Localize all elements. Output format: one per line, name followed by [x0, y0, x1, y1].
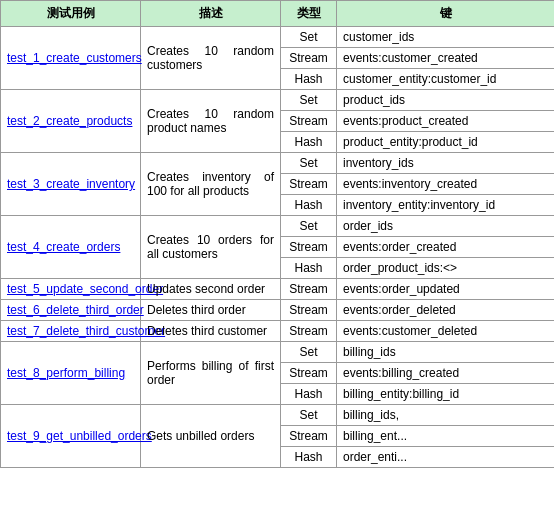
table-row: test_5_update_second_orderUpdates second…: [1, 279, 555, 300]
type-cell: Set: [281, 342, 337, 363]
table-header-row: 测试用例 描述 类型 键: [1, 1, 555, 27]
test-name-cell[interactable]: test_9_get_unbilled_orders: [1, 405, 141, 468]
type-cell: Stream: [281, 279, 337, 300]
desc-cell: Creates 10 orders for all customers: [141, 216, 281, 279]
table-row: test_9_get_unbilled_ordersGets unbilled …: [1, 405, 555, 426]
key-cell: inventory_ids: [337, 153, 555, 174]
header-test: 测试用例: [1, 1, 141, 27]
type-cell: Stream: [281, 174, 337, 195]
table-row: test_8_perform_billingPerforms billing o…: [1, 342, 555, 363]
type-cell: Hash: [281, 195, 337, 216]
key-cell: product_ids: [337, 90, 555, 111]
desc-cell: Performs billing of first order: [141, 342, 281, 405]
test-name-cell[interactable]: test_6_delete_third_order: [1, 300, 141, 321]
type-cell: Stream: [281, 321, 337, 342]
key-cell: customer_ids: [337, 27, 555, 48]
key-cell: order_enti...: [337, 447, 555, 468]
key-cell: events:order_deleted: [337, 300, 555, 321]
key-cell: customer_entity:customer_id: [337, 69, 555, 90]
key-cell: events:product_created: [337, 111, 555, 132]
key-cell: events:order_created: [337, 237, 555, 258]
type-cell: Stream: [281, 426, 337, 447]
test-name-cell[interactable]: test_1_create_customers: [1, 27, 141, 90]
type-cell: Hash: [281, 132, 337, 153]
desc-cell: Updates second order: [141, 279, 281, 300]
test-name-cell[interactable]: test_5_update_second_order: [1, 279, 141, 300]
key-cell: events:customer_deleted: [337, 321, 555, 342]
desc-cell: Deletes third customer: [141, 321, 281, 342]
type-cell: Stream: [281, 111, 337, 132]
table-row: test_4_create_ordersCreates 10 orders fo…: [1, 216, 555, 237]
key-cell: billing_ent...: [337, 426, 555, 447]
type-cell: Set: [281, 27, 337, 48]
key-cell: events:customer_created: [337, 48, 555, 69]
test-name-cell[interactable]: test_7_delete_third_customer: [1, 321, 141, 342]
key-cell: events:inventory_created: [337, 174, 555, 195]
desc-cell: Creates 10 random customers: [141, 27, 281, 90]
test-name-cell[interactable]: test_3_create_inventory: [1, 153, 141, 216]
desc-cell: Creates inventory of 100 for all product…: [141, 153, 281, 216]
table-row: test_6_delete_third_orderDeletes third o…: [1, 300, 555, 321]
type-cell: Hash: [281, 384, 337, 405]
type-cell: Stream: [281, 48, 337, 69]
type-cell: Stream: [281, 300, 337, 321]
type-cell: Set: [281, 153, 337, 174]
key-cell: events:order_updated: [337, 279, 555, 300]
test-table: 测试用例 描述 类型 键 test_1_create_customersCrea…: [0, 0, 554, 468]
key-cell: product_entity:product_id: [337, 132, 555, 153]
key-cell: billing_ids,: [337, 405, 555, 426]
desc-cell: Gets unbilled orders: [141, 405, 281, 468]
table-row: test_1_create_customersCreates 10 random…: [1, 27, 555, 48]
type-cell: Stream: [281, 237, 337, 258]
key-cell: billing_ids: [337, 342, 555, 363]
desc-cell: Deletes third order: [141, 300, 281, 321]
table-row: test_2_create_productsCreates 10 random …: [1, 90, 555, 111]
key-cell: inventory_entity:inventory_id: [337, 195, 555, 216]
table-row: test_7_delete_third_customerDeletes thir…: [1, 321, 555, 342]
header-type: 类型: [281, 1, 337, 27]
type-cell: Hash: [281, 258, 337, 279]
test-name-cell[interactable]: test_2_create_products: [1, 90, 141, 153]
header-key: 键: [337, 1, 555, 27]
type-cell: Set: [281, 216, 337, 237]
key-cell: billing_entity:billing_id: [337, 384, 555, 405]
type-cell: Hash: [281, 447, 337, 468]
type-cell: Hash: [281, 69, 337, 90]
test-name-cell[interactable]: test_4_create_orders: [1, 216, 141, 279]
key-cell: order_product_ids:<>: [337, 258, 555, 279]
type-cell: Stream: [281, 363, 337, 384]
type-cell: Set: [281, 405, 337, 426]
test-name-cell[interactable]: test_8_perform_billing: [1, 342, 141, 405]
key-cell: order_ids: [337, 216, 555, 237]
table-row: test_3_create_inventoryCreates inventory…: [1, 153, 555, 174]
desc-cell: Creates 10 random product names: [141, 90, 281, 153]
key-cell: events:billing_created: [337, 363, 555, 384]
header-desc: 描述: [141, 1, 281, 27]
type-cell: Set: [281, 90, 337, 111]
